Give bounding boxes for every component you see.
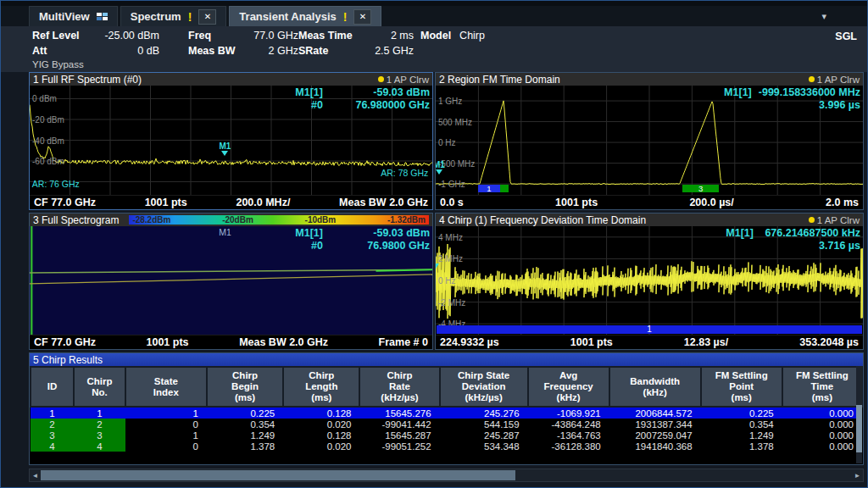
scrollbar-thumb[interactable] — [41, 470, 515, 480]
y-axis-label: -2 MHz — [438, 297, 465, 307]
column-header: State Index — [125, 367, 207, 407]
srate-field[interactable]: SRate 2.5 GHz — [298, 45, 414, 57]
window-title-bar[interactable]: 4 Chirp (1) Frequency Deviation Time Dom… — [436, 214, 863, 226]
y-axis-label: -20 dBm — [32, 114, 64, 124]
window-title: 1 Full RF Spectrum (#0) — [33, 74, 142, 86]
axis-footer-item: 2.0 ms — [826, 197, 859, 208]
scrollbar-thumb[interactable] — [856, 405, 862, 452]
marker-m1[interactable] — [436, 263, 439, 269]
table-cell: 0.128 — [283, 407, 359, 419]
auto-range-annotation: AR: 78 GHz — [381, 168, 428, 178]
freq-field[interactable]: Freq 77.0 GHz — [188, 30, 298, 42]
table-cell: 3 — [31, 430, 74, 441]
table-cell: 245.276 — [440, 407, 528, 419]
trace-legend[interactable]: 1 AP Clrw — [809, 75, 860, 85]
y-axis-label: 500 MHz — [438, 117, 472, 126]
tab-spectrum[interactable]: Spectrum ! ✕ — [120, 6, 227, 26]
table-cell: -99041.442 — [359, 419, 439, 430]
field-label: Ref Level — [32, 30, 93, 42]
axis-footer-item: 1001 pts — [555, 197, 598, 208]
frequency-deviation-plot[interactable]: M1[1]676.214687500 kHz 3.716 µs 4 MHz2 M… — [436, 226, 863, 335]
table-cell: -1364.763 — [528, 430, 609, 441]
horizontal-scrollbar[interactable]: ◄ ► — [29, 469, 864, 482]
scale-label: -1.32dBm — [387, 215, 426, 225]
table-cell: -99051.252 — [359, 441, 439, 452]
chirp-table-body: 1110.2250.12815645.276245.276-1069.92120… — [31, 407, 862, 452]
tab-overflow-button[interactable]: ▾ — [813, 9, 835, 24]
window-full-rf-spectrum: 1 Full RF Spectrum (#0) 1 AP Clrw M1[1]-… — [29, 72, 433, 210]
alert-icon: ! — [343, 10, 348, 24]
table-row[interactable]: 1110.2250.12815645.276245.276-1069.92120… — [31, 407, 862, 419]
window-title-bar[interactable]: 1 Full RF Spectrum (#0) 1 AP Clrw — [30, 73, 432, 86]
column-header: Chirp Rate (kHz/µs) — [359, 367, 439, 407]
field-label: Freq — [188, 30, 244, 42]
marker-m1[interactable]: M1 — [219, 141, 231, 156]
analysis-region-bar[interactable]: 1 — [437, 325, 862, 334]
close-icon[interactable]: ✕ — [198, 9, 216, 25]
tab-multiview[interactable]: MultiView — [29, 6, 118, 26]
sweep-mode-badge: SGL — [835, 30, 857, 42]
analyzer-screen: MultiView Spectrum ! ✕ Transient Analysi… — [0, 0, 868, 488]
column-header: FM Settling Time (ms) — [782, 367, 862, 407]
scale-label: -28.2dBm — [132, 215, 170, 225]
table-cell: 2 — [31, 419, 74, 430]
table-cell: 1.249 — [701, 430, 782, 441]
y-axis-label: -60 dBm — [32, 157, 64, 166]
scroll-right-arrow-icon[interactable]: ► — [852, 469, 863, 481]
trace-legend[interactable]: 1 AP Clrw — [378, 75, 429, 85]
table-row[interactable]: 2200.3540.020-99041.442544.159-43864.248… — [31, 419, 862, 430]
meas-time-field[interactable]: Meas Time 2 ms — [298, 30, 414, 42]
field-label: Model — [420, 30, 451, 42]
analysis-region-marker[interactable] — [500, 185, 509, 192]
marker-m1[interactable]: M1 — [436, 160, 445, 175]
trace-legend[interactable]: 1 AP Clrw — [809, 215, 860, 225]
fm-time-domain-plot[interactable]: M1[1]-999.158336000 MHz 3.996 µs 1 GHz50… — [436, 86, 863, 195]
model-field[interactable]: Model Chirp — [420, 30, 485, 42]
axis-footer-item: 12.83 µs/ — [684, 336, 728, 348]
close-icon[interactable]: ✕ — [353, 9, 371, 25]
spectrogram-plot[interactable]: M1 M1[1]-59.03 dBm #076.9800 GHz — [30, 226, 432, 335]
tabbar-spacer — [384, 6, 813, 26]
measurement-header: Ref Level -25.00 dBm Freq 77.0 GHz Meas … — [1, 26, 867, 72]
yig-bypass-label: YIG Bypass — [32, 59, 84, 69]
table-row[interactable]: 3311.2490.12815645.287245.287-1364.76320… — [31, 430, 862, 441]
y-axis-label: 0 Hz — [438, 276, 456, 286]
scroll-left-arrow-icon[interactable]: ◄ — [30, 469, 41, 481]
y-axis-label: 1 GHz — [438, 97, 462, 106]
field-label: Meas Time — [298, 30, 364, 42]
window-title: 2 Region FM Time Domain — [439, 74, 560, 86]
axis-footer-item: CF 77.0 GHz — [34, 197, 96, 208]
column-header: Chirp No. — [74, 367, 125, 407]
meas-bw-field[interactable]: Meas BW 2 GHz — [188, 45, 298, 57]
tab-label: Spectrum — [131, 10, 181, 23]
marker-readout: M1[1]-999.158336000 MHz 3.996 µs — [724, 86, 860, 112]
analysis-region-marker[interactable]: 3 — [682, 185, 719, 192]
chirp-results-panel: 5 Chirp Results IDChirp No.State IndexCh… — [29, 352, 864, 465]
axis-footer: CF 77.0 GHz1001 ptsMeas BW 2.0 GHzFrame … — [30, 335, 432, 349]
axis-footer-item: Meas BW 2.0 GHz — [339, 197, 428, 208]
tab-transient-analysis[interactable]: Transient Analysis ! ✕ — [229, 6, 381, 26]
window-region-fm-time-domain: 2 Region FM Time Domain 1 AP Clrw M1[1]-… — [435, 72, 864, 210]
scale-label: -20dBm — [222, 215, 253, 225]
tab-label: Transient Analysis — [239, 10, 336, 23]
table-cell: 0.000 — [782, 430, 862, 441]
table-cell: 0.354 — [207, 419, 283, 430]
column-header: Bandwidth (kHz) — [609, 367, 701, 407]
att-field[interactable]: Att 0 dB — [32, 45, 159, 57]
table-cell: 1 — [31, 407, 74, 419]
table-vertical-scrollbar[interactable] — [856, 366, 862, 463]
analysis-region-marker[interactable]: 1 — [478, 185, 499, 192]
ref-level-field[interactable]: Ref Level -25.00 dBm — [32, 30, 159, 42]
axis-footer-item: 1001 pts — [570, 336, 613, 348]
window-title-bar[interactable]: 3 Full Spectrogram -28.2dBm -20dBm -10dB… — [30, 214, 432, 226]
table-row[interactable]: 4401.3780.020-99051.252534.348-36128.380… — [31, 441, 862, 452]
rf-spectrum-plot[interactable]: M1[1]-59.03 dBm #076.980000 GHz 0 dBm-20… — [30, 86, 432, 195]
axis-footer-item: 200.0 µs/ — [689, 197, 733, 208]
y-axis-label: -40 dBm — [32, 136, 64, 145]
axis-footer-item: 224.9332 µs — [440, 336, 499, 348]
marker-m1-label[interactable]: M1 — [219, 227, 231, 237]
window-title: 4 Chirp (1) Frequency Deviation Time Dom… — [439, 214, 646, 226]
scale-label: -10dBm — [305, 215, 337, 225]
table-cell: 0 — [125, 441, 207, 452]
window-title-bar[interactable]: 2 Region FM Time Domain 1 AP Clrw — [436, 73, 863, 86]
